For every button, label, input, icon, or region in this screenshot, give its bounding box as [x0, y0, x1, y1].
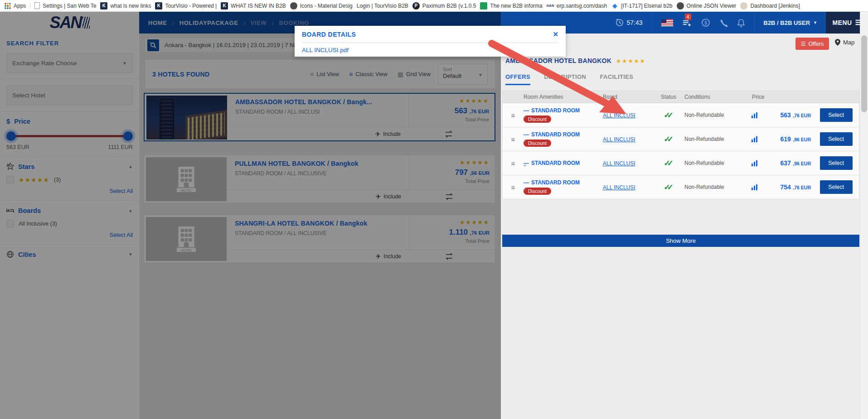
select-offer-button[interactable]: Select [820, 108, 853, 122]
offers-table-header: Room Amenities Board Status Conditions P… [502, 91, 859, 103]
chevron-down-icon: ▼ [813, 20, 817, 25]
bookmark-material-icons[interactable]: Icons - Material Desig [290, 2, 353, 10]
room-type-link[interactable]: — STANDARD ROOM [524, 179, 603, 186]
bookmark-login-tourvisio[interactable]: Login | TourVisio B2B [357, 3, 408, 9]
user-menu[interactable]: B2B / B2B USER ▼ [764, 19, 818, 26]
header-board: Board [603, 94, 653, 100]
bookmark-whats-new-links[interactable]: K what is new links [100, 2, 151, 10]
bookmark-erp-santsg[interactable]: SAN erp.santsg.com/dash [547, 2, 607, 10]
price-chart-icon[interactable] [751, 136, 758, 143]
header-room-amenities: Room Amenities [524, 94, 603, 100]
offers-table: Room Amenities Board Status Conditions P… [502, 91, 859, 199]
bookmark-jenkins[interactable]: Dashboard [Jenkins] [740, 2, 800, 10]
select-cell: Select [814, 108, 858, 122]
add-to-list-icon[interactable]: ≡+ [503, 159, 524, 167]
header-divider [754, 12, 755, 34]
select-offer-button[interactable]: Select [820, 180, 853, 194]
room-type-link[interactable]: — STANDARD ROOM [524, 107, 603, 114]
status-cell: ✓✓ [653, 183, 684, 192]
price-integer: 637 [781, 159, 791, 167]
add-to-list-icon[interactable]: ≡+ [503, 183, 524, 191]
bookmark-label: TourVisio - Powered | [165, 3, 217, 9]
bookmark-new-b2b-info[interactable]: The new B2B informa [480, 2, 542, 10]
price-chart-icon[interactable] [751, 184, 758, 191]
price-chart-icon[interactable] [751, 160, 758, 167]
plus-glyph: + [524, 163, 526, 168]
modal-backdrop[interactable] [0, 12, 501, 419]
select-offer-button[interactable]: Select [820, 156, 853, 170]
discount-badge[interactable]: Discount [524, 140, 551, 147]
phone-icon[interactable] [719, 19, 728, 27]
bookmark-label: Icons - Material Desig [300, 3, 353, 9]
board-details-modal: BOARD DETAILS ✕ ALL INCLUSI.pdf [295, 26, 566, 57]
price-cell: 619 ,96 EUR [764, 135, 814, 143]
add-to-list-icon[interactable]: ≡+ [503, 135, 524, 143]
room-cell: — STANDARD ROOM Discount [524, 179, 603, 195]
bookmark-what-is-new-b2b[interactable]: K WHAT IS NEW IN B2B [221, 2, 286, 10]
map-button[interactable]: Map [834, 39, 854, 46]
us-flag-icon[interactable] [661, 19, 673, 26]
offers-button[interactable]: ☰ Offers [795, 38, 829, 50]
scrollbar-thumb[interactable] [861, 35, 867, 112]
request-list-button[interactable]: 4 [682, 19, 692, 27]
user-label-text: B2B / B2B USER [764, 19, 810, 26]
p-icon: P [412, 2, 420, 10]
browser-bookmarks-bar: Apps Settings | San Web Te K what is new… [0, 0, 868, 12]
timer-value: 57:43 [626, 19, 642, 26]
board-link[interactable]: ALL INCLUSI [603, 112, 635, 119]
status-cell: ✓✓ [653, 159, 684, 168]
show-more-button[interactable]: Show More [502, 235, 859, 247]
price-cell: 637 ,96 EUR [764, 159, 814, 167]
price-integer: 754 [781, 183, 791, 191]
hotel-offers-panel: ☰ Offers Map AMBASSADOR HOTEL BANGKOK ★★… [501, 34, 860, 419]
conditions-cell: Non-Refundable [684, 112, 746, 118]
plus-glyph: + [524, 187, 526, 192]
conditions-cell: Non-Refundable [684, 160, 746, 166]
bell-icon[interactable] [737, 19, 745, 27]
select-offer-button[interactable]: Select [820, 132, 853, 146]
modal-title: BOARD DETAILS [302, 31, 356, 38]
bookmarks-divider [30, 2, 30, 10]
price-chart-icon[interactable] [751, 112, 758, 119]
bookmark-tourvisio[interactable]: K TourVisio - Powered | [155, 2, 217, 10]
add-to-list-icon[interactable]: ≡+ [503, 111, 524, 119]
room-type-link[interactable]: — STANDARD ROOM [524, 160, 603, 166]
header-divider [652, 12, 652, 34]
status-cell: ✓✓ [653, 135, 684, 144]
menu-label: MENU [832, 19, 852, 26]
price-integer: 563 [781, 111, 791, 119]
room-type-link[interactable]: — STANDARD ROOM [524, 131, 603, 138]
discount-badge[interactable]: Discount [524, 188, 551, 195]
panel-hotel-title-row: AMBASSADOR HOTEL BANGKOK ★★★★★ [505, 57, 646, 64]
header-conditions: Conditions [684, 94, 746, 100]
board-link[interactable]: ALL INCLUSI [603, 160, 635, 167]
plus-glyph: + [524, 115, 526, 120]
close-icon[interactable]: ✕ [553, 30, 558, 39]
bookmark-settings[interactable]: Settings | San Web Te [34, 2, 96, 9]
map-button-label: Map [843, 39, 854, 46]
tab-facilities[interactable]: FACILITIES [600, 73, 633, 85]
chart-cell [746, 160, 764, 167]
tab-description[interactable]: DESCRIPTION [544, 73, 586, 85]
dash-icon: — [524, 107, 529, 114]
notification-badge: 4 [685, 14, 691, 20]
discount-badge[interactable]: Discount [524, 116, 551, 123]
board-pdf-link[interactable]: ALL INCLUSI.pdf [302, 47, 349, 53]
panel-hotel-name: AMBASSADOR HOTEL BANGKOK [505, 57, 611, 64]
price-decimal: ,76 EUR [793, 185, 811, 190]
bookmark-label: Settings | San Web Te [43, 3, 96, 9]
apps-shortcut[interactable]: Apps [5, 3, 26, 9]
tab-offers[interactable]: OFFERS [505, 73, 530, 85]
bookmark-json-viewer[interactable]: Online JSON Viewer [677, 2, 737, 10]
currency-coin-icon[interactable]: $ [701, 18, 710, 27]
board-link[interactable]: ALL INCLUSI [603, 136, 635, 143]
hamburger-icon: ☰ [801, 41, 806, 47]
k-icon: K [155, 2, 162, 10]
room-cell: — STANDARD ROOM [524, 160, 603, 166]
bookmark-jira-issue[interactable]: ◆ [IT-1717] Elsenal b2b [611, 2, 672, 10]
panel-hotel-stars: ★★★★★ [616, 58, 646, 64]
bookmark-paximum[interactable]: P Paximum B2B (v.1.0.5 [412, 2, 476, 10]
board-link[interactable]: ALL INCLUSI [603, 184, 635, 191]
clock-icon [616, 19, 624, 27]
page-scrollbar[interactable] [860, 12, 868, 419]
